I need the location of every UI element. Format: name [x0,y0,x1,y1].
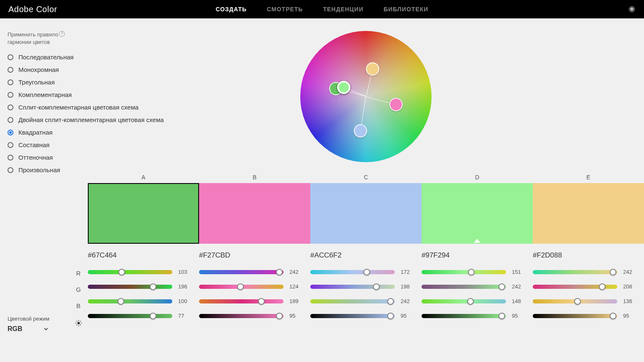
brightness-slider[interactable] [533,314,617,318]
r-slider[interactable] [533,270,617,274]
harmony-rule-item[interactable]: Произвольная [8,166,88,173]
nav-item-3[interactable]: БИБЛИОТЕКИ [383,6,428,13]
hex-value[interactable]: #97F294 [422,251,525,260]
slider-thumb[interactable] [498,313,505,319]
b-slider[interactable] [310,299,395,303]
slider-thumb[interactable] [118,298,124,305]
slider-row-b: 136 [533,298,636,304]
color-mode-select[interactable]: RGB [8,325,49,333]
hex-value[interactable]: #67C464 [88,251,192,260]
favorite-icon[interactable] [628,5,636,13]
b-slider[interactable] [88,299,172,303]
r-value: 242 [623,269,636,275]
color-swatch[interactable] [533,183,644,244]
radio-icon [8,67,13,73]
nav-item-2[interactable]: ТЕНДЕНЦИИ [323,6,363,13]
swatch-column: C [310,174,422,244]
slider-thumb[interactable] [467,298,474,305]
harmony-rule-item[interactable]: Квадратная [8,129,88,136]
hex-value[interactable]: #ACC6F2 [310,251,414,260]
swatch-column: E [533,174,644,244]
nav-item-0[interactable]: СОЗДАТЬ [216,6,247,13]
b-slider[interactable] [422,299,506,303]
harmony-rule-item[interactable]: Последовательная [8,54,88,61]
slider-thumb[interactable] [610,313,616,319]
g-slider[interactable] [199,285,284,289]
g-value: 208 [623,283,636,290]
slider-row-g: 242 [422,283,525,290]
g-slider[interactable] [88,285,172,289]
slider-thumb[interactable] [574,298,581,305]
hex-value[interactable]: #F2D088 [533,251,636,260]
color-swatch[interactable] [422,183,533,244]
slider-row-b: 100 [88,298,192,304]
b-value: 242 [401,298,414,304]
r-value: 151 [512,269,525,275]
svg-line-6 [76,321,77,322]
slider-thumb[interactable] [276,313,283,319]
harmony-rule-item[interactable]: Двойная сплит-комплементарная цветовая с… [8,116,88,123]
harmony-rule-item[interactable]: Монохромная [8,66,88,73]
slider-thumb[interactable] [387,298,394,305]
slider-thumb[interactable] [373,283,380,290]
slider-thumb[interactable] [610,269,616,275]
brightness-slider[interactable] [310,314,395,318]
brightness-slider[interactable] [199,314,284,318]
radio-icon [8,155,13,161]
swatch-column: B [199,174,310,244]
slider-thumb[interactable] [498,283,505,290]
slider-row-r: 172 [310,269,414,275]
slider-row-b: 189 [199,298,303,304]
slider-thumb[interactable] [276,269,283,275]
g-value: 196 [178,283,192,290]
slider-thumb[interactable] [150,313,156,319]
svg-point-1 [77,322,80,324]
harmony-rule-item[interactable]: Составная [8,141,88,148]
g-slider[interactable] [533,285,617,289]
slider-thumb[interactable] [150,283,156,290]
r-slider[interactable] [199,270,284,274]
brightness-slider[interactable] [88,314,172,318]
g-slider[interactable] [310,285,395,289]
color-swatch[interactable] [199,183,310,244]
color-swatch[interactable] [310,183,422,244]
color-mode-label: Цветовой режим [8,316,49,322]
wheel-handle[interactable] [354,124,367,138]
r-slider[interactable] [310,270,395,274]
b-slider[interactable] [199,299,284,303]
harmony-rule-item[interactable]: Комплементарная [8,91,88,98]
brightness-icon [75,319,82,327]
nav-item-1[interactable]: СМОТРЕТЬ [267,6,303,13]
slider-thumb[interactable] [118,269,125,275]
svg-line-9 [80,321,81,322]
brightness-slider[interactable] [422,314,506,318]
radio-icon [8,142,13,148]
slider-row-b: 148 [422,298,525,304]
control-column: #F27CBD24212418995 [199,244,310,327]
color-swatch[interactable] [88,183,199,244]
wheel-handle[interactable] [366,62,379,76]
harmony-rule-item[interactable]: Сплит-комплементарная цветовая схема [8,104,88,111]
color-wheel[interactable] [300,31,432,162]
b-value: 148 [512,298,525,304]
harmony-rule-item[interactable]: Треугольная [8,79,88,86]
slider-thumb[interactable] [258,298,265,305]
g-value: 198 [401,283,414,290]
control-column: #F2D08824220813695 [533,244,644,327]
slider-thumb[interactable] [387,313,394,319]
slider-thumb[interactable] [599,283,606,290]
r-slider[interactable] [422,270,506,274]
r-value: 242 [289,269,303,275]
wheel-handle[interactable] [389,98,403,111]
wheel-handle[interactable] [337,81,350,94]
harmony-rule-label: Комплементарная [18,91,72,98]
b-slider[interactable] [533,299,617,303]
hex-value[interactable]: #F27CBD [199,251,303,260]
slider-thumb[interactable] [237,283,244,290]
slider-thumb[interactable] [363,269,370,275]
r-slider[interactable] [88,270,172,274]
slider-thumb[interactable] [468,269,475,275]
help-icon[interactable]: ? [59,31,65,37]
g-slider[interactable] [422,285,506,289]
harmony-rule-item[interactable]: Оттеночная [8,154,88,161]
